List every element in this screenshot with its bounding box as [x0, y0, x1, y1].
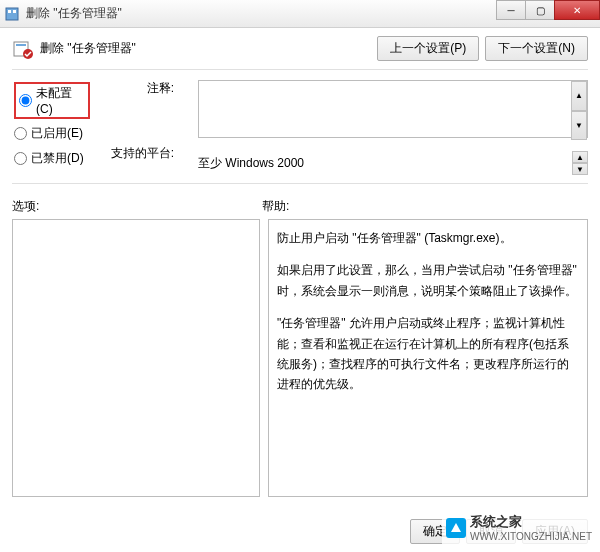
maximize-button[interactable]: ▢ [525, 0, 555, 20]
comment-input[interactable] [198, 80, 588, 138]
help-label: 帮助: [262, 199, 289, 213]
divider [12, 69, 588, 70]
policy-title: 删除 "任务管理器" [40, 40, 377, 57]
watermark-name: 系统之家 [470, 514, 522, 529]
options-label: 选项: [12, 199, 39, 213]
watermark: 系统之家 WWW.XITONGZHIJIA.NET [442, 511, 596, 544]
prev-setting-button[interactable]: 上一个设置(P) [377, 36, 479, 61]
window-controls: ─ ▢ ✕ [497, 0, 600, 20]
radio-not-configured-label: 未配置(C) [36, 85, 85, 116]
svg-rect-2 [13, 10, 16, 13]
help-p1: 防止用户启动 "任务管理器" (Taskmgr.exe)。 [277, 228, 579, 248]
svg-rect-1 [8, 10, 11, 13]
app-icon [4, 6, 20, 22]
radio-enabled-input[interactable] [14, 127, 27, 140]
comment-spin-down[interactable]: ▼ [571, 111, 587, 141]
platform-spin-up[interactable]: ▲ [572, 151, 588, 163]
label-column: 注释: 支持的平台: [110, 80, 180, 177]
content-area: 删除 "任务管理器" 上一个设置(P) 下一个设置(N) 未配置(C) 已启用(… [0, 28, 600, 505]
comment-label: 注释: [110, 80, 174, 97]
radio-disabled[interactable]: 已禁用(D) [14, 150, 90, 167]
radio-enabled[interactable]: 已启用(E) [14, 125, 90, 142]
help-p3: "任务管理器" 允许用户启动或终止程序；监视计算机性能；查看和监视正在运行在计算… [277, 313, 579, 395]
radio-highlight-box: 未配置(C) [14, 82, 90, 119]
radio-column: 未配置(C) 已启用(E) 已禁用(D) [12, 80, 92, 177]
next-setting-button[interactable]: 下一个设置(N) [485, 36, 588, 61]
config-area: 未配置(C) 已启用(E) 已禁用(D) 注释: 支持的平台: ▲ ▼ [12, 80, 588, 177]
radio-not-configured-input[interactable] [19, 94, 32, 107]
platform-spin: ▲ ▼ [572, 151, 588, 175]
input-column: ▲ ▼ 至少 Windows 2000 ▲ ▼ [198, 80, 588, 177]
radio-disabled-input[interactable] [14, 152, 27, 165]
close-button[interactable]: ✕ [554, 0, 600, 20]
help-p2: 如果启用了此设置，那么，当用户尝试启动 "任务管理器" 时，系统会显示一则消息，… [277, 260, 579, 301]
svg-rect-0 [6, 8, 18, 20]
help-panel: 防止用户启动 "任务管理器" (Taskmgr.exe)。 如果启用了此设置，那… [268, 219, 588, 497]
comment-spin: ▲ ▼ [571, 81, 587, 140]
platform-value: 至少 Windows 2000 [198, 152, 572, 175]
platform-spin-down[interactable]: ▼ [572, 163, 588, 175]
platform-row: 至少 Windows 2000 ▲ ▼ [198, 151, 588, 175]
svg-rect-4 [16, 44, 26, 46]
watermark-url: WWW.XITONGZHIJIA.NET [470, 531, 592, 542]
comment-wrap: ▲ ▼ [198, 80, 588, 141]
divider-2 [12, 183, 588, 184]
radio-disabled-label: 已禁用(D) [31, 150, 84, 167]
platform-label: 支持的平台: [111, 146, 174, 160]
section-headers: 选项: 帮助: [12, 198, 588, 215]
panels: 防止用户启动 "任务管理器" (Taskmgr.exe)。 如果启用了此设置，那… [12, 219, 588, 497]
watermark-logo-icon [446, 518, 466, 538]
header-row: 删除 "任务管理器" 上一个设置(P) 下一个设置(N) [12, 36, 588, 61]
nav-buttons: 上一个设置(P) 下一个设置(N) [377, 36, 588, 61]
titlebar: 删除 "任务管理器" ─ ▢ ✕ [0, 0, 600, 28]
help-text: 防止用户启动 "任务管理器" (Taskmgr.exe)。 如果启用了此设置，那… [277, 228, 579, 395]
minimize-button[interactable]: ─ [496, 0, 526, 20]
radio-enabled-label: 已启用(E) [31, 125, 83, 142]
radio-not-configured[interactable]: 未配置(C) [19, 85, 85, 116]
policy-icon [12, 38, 34, 60]
comment-spin-up[interactable]: ▲ [571, 81, 587, 111]
options-panel [12, 219, 260, 497]
